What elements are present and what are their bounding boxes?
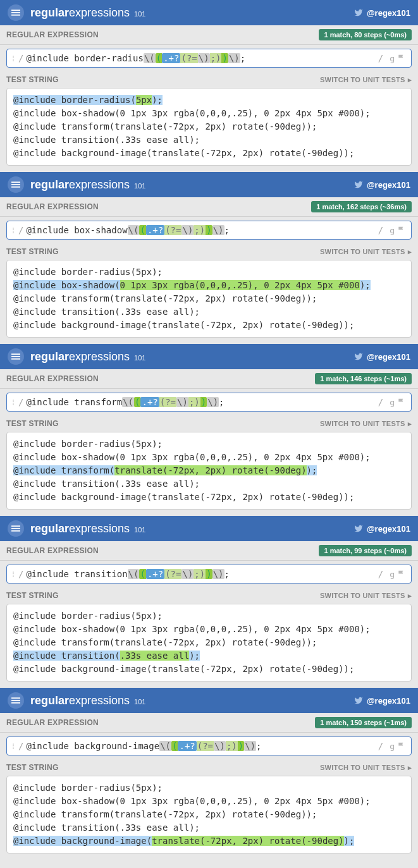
- regex-input[interactable]: ⁞ / @include border-radius\((.+?(?=\);))…: [6, 49, 412, 68]
- regex-flags[interactable]: g: [390, 742, 406, 751]
- regex-section-bar: REGULAR EXPRESSION 1 match, 80 steps (~0…: [0, 25, 418, 45]
- test-string-input[interactable]: @include border-radius(5px); @include bo…: [6, 776, 412, 853]
- app-header: regularexpressions 101 @regex101: [0, 516, 418, 541]
- regex-flags[interactable]: g: [390, 398, 406, 407]
- drag-handle-icon[interactable]: ⁞: [12, 742, 15, 751]
- regex-label: REGULAR EXPRESSION: [6, 546, 99, 555]
- match-badge: 1 match, 150 steps (~1ms): [315, 717, 412, 728]
- menu-button[interactable]: [8, 176, 24, 193]
- logo-part1: regular: [30, 178, 69, 191]
- svg-rect-8: [11, 358, 20, 360]
- hamburger-icon: [11, 8, 20, 17]
- regex-pattern[interactable]: @include transform\((.+?(?=\);))\);: [26, 397, 375, 407]
- flag-g[interactable]: g: [390, 570, 395, 579]
- regex-pattern[interactable]: @include transition\((.+?(?=\);))\);: [26, 569, 375, 579]
- svg-rect-4: [11, 184, 20, 185]
- regex-input[interactable]: ⁞ / @include background-image\((.+?(?=\)…: [6, 737, 412, 755]
- flag-g[interactable]: g: [390, 54, 395, 63]
- flag-g[interactable]: g: [390, 226, 395, 235]
- svg-rect-7: [11, 356, 20, 357]
- regex-section-bar: REGULAR EXPRESSION 1 match, 146 steps (~…: [0, 369, 418, 389]
- logo-part2: expressions: [69, 694, 130, 707]
- svg-rect-10: [11, 528, 20, 529]
- logo: regularexpressions 101: [30, 522, 145, 535]
- logo-sub: 101: [134, 354, 145, 362]
- regex-panel: regularexpressions 101 @regex101 REGULAR…: [0, 516, 418, 682]
- twitter-handle[interactable]: @regex101: [367, 352, 410, 362]
- switch-unit-tests-link[interactable]: SWITCH TO UNIT TESTS ▸: [320, 420, 412, 428]
- menu-button[interactable]: [8, 4, 24, 21]
- flag-icon[interactable]: [397, 398, 406, 406]
- header-right: @regex101: [354, 8, 410, 18]
- logo-part2: expressions: [69, 178, 130, 191]
- regex-section-bar: REGULAR EXPRESSION 1 match, 150 steps (~…: [0, 713, 418, 733]
- menu-button[interactable]: [8, 348, 24, 365]
- test-label: TEST STRING: [6, 419, 59, 428]
- drag-handle-icon[interactable]: ⁞: [12, 54, 15, 63]
- svg-rect-3: [11, 181, 20, 183]
- test-section-bar: TEST STRING SWITCH TO UNIT TESTS ▸: [0, 759, 418, 776]
- switch-unit-tests-link[interactable]: SWITCH TO UNIT TESTS ▸: [320, 764, 412, 772]
- regex-flags[interactable]: g: [390, 226, 406, 235]
- svg-rect-6: [11, 353, 20, 355]
- switch-unit-tests-link[interactable]: SWITCH TO UNIT TESTS ▸: [320, 76, 412, 84]
- regex-input[interactable]: ⁞ / @include transform\((.+?(?=\);))\); …: [6, 393, 412, 412]
- svg-rect-14: [11, 702, 20, 704]
- regex-input[interactable]: ⁞ / @include box-shadow\((.+?(?=\);))\);…: [6, 221, 412, 240]
- regex-delimiter-close: /: [378, 569, 383, 579]
- twitter-icon[interactable]: [354, 696, 363, 705]
- app-header: regularexpressions 101 @regex101: [0, 172, 418, 197]
- regex-pattern[interactable]: @include background-image\((.+?(?=\);))\…: [26, 741, 375, 751]
- switch-label: SWITCH TO UNIT TESTS: [320, 248, 405, 255]
- twitter-handle[interactable]: @regex101: [367, 524, 410, 534]
- regex-input[interactable]: ⁞ / @include transition\((.+?(?=\);))\);…: [6, 565, 412, 584]
- flag-icon[interactable]: [397, 226, 406, 235]
- twitter-icon[interactable]: [354, 524, 363, 533]
- drag-handle-icon[interactable]: ⁞: [12, 398, 15, 407]
- drag-handle-icon[interactable]: ⁞: [12, 226, 15, 235]
- regex-flags[interactable]: g: [390, 54, 406, 63]
- twitter-handle[interactable]: @regex101: [367, 8, 410, 18]
- test-string-input[interactable]: @include border-radius(5px); @include bo…: [6, 432, 412, 510]
- switch-unit-tests-link[interactable]: SWITCH TO UNIT TESTS ▸: [320, 248, 412, 256]
- flag-icon[interactable]: [397, 742, 406, 750]
- regex-flags[interactable]: g: [390, 570, 406, 579]
- regex-panel: regularexpressions 101 @regex101 REGULAR…: [0, 344, 418, 510]
- regex-delimiter-close: /: [378, 225, 383, 235]
- test-string-input[interactable]: @include border-radius(5px); @include bo…: [6, 604, 412, 682]
- regex-pattern[interactable]: @include box-shadow\((.+?(?=\);))\);: [26, 225, 375, 235]
- twitter-handle[interactable]: @regex101: [367, 696, 410, 706]
- logo-sub: 101: [134, 526, 145, 534]
- test-string-input[interactable]: @include border-radius(5px); @include bo…: [6, 88, 412, 166]
- regex-section-bar: REGULAR EXPRESSION 1 match, 99 steps (~0…: [0, 541, 418, 561]
- chevron-right-icon: ▸: [408, 76, 412, 84]
- flag-g[interactable]: g: [390, 398, 395, 407]
- twitter-icon[interactable]: [354, 180, 363, 189]
- menu-button[interactable]: [8, 692, 24, 709]
- chevron-right-icon: ▸: [408, 248, 412, 256]
- regex-delimiter-open: /: [18, 741, 23, 751]
- logo-part2: expressions: [69, 350, 130, 363]
- test-label: TEST STRING: [6, 591, 59, 600]
- regex-label: REGULAR EXPRESSION: [6, 374, 99, 383]
- switch-unit-tests-link[interactable]: SWITCH TO UNIT TESTS ▸: [320, 592, 412, 600]
- drag-handle-icon[interactable]: ⁞: [12, 570, 15, 579]
- match-badge: 1 match, 162 steps (~36ms): [311, 201, 412, 212]
- logo: regularexpressions 101: [30, 350, 145, 364]
- regex-panel: regularexpressions 101 @regex101 REGULAR…: [0, 172, 418, 338]
- svg-rect-12: [11, 697, 20, 699]
- test-label: TEST STRING: [6, 75, 59, 84]
- flag-g[interactable]: g: [390, 742, 395, 751]
- twitter-handle[interactable]: @regex101: [367, 180, 410, 190]
- menu-button[interactable]: [8, 520, 24, 537]
- header-right: @regex101: [354, 524, 410, 534]
- twitter-icon[interactable]: [354, 8, 363, 17]
- regex-panel: regularexpressions 101 @regex101 REGULAR…: [0, 0, 418, 166]
- flag-icon[interactable]: [397, 570, 406, 578]
- test-label: TEST STRING: [6, 247, 59, 256]
- twitter-icon[interactable]: [354, 352, 363, 361]
- flag-icon[interactable]: [397, 54, 406, 63]
- test-string-input[interactable]: @include border-radius(5px); @include bo…: [6, 260, 412, 338]
- regex-pattern[interactable]: @include border-radius\((.+?(?=\);))\);: [26, 53, 375, 63]
- regex-panel: regularexpressions 101 @regex101 REGULAR…: [0, 688, 418, 853]
